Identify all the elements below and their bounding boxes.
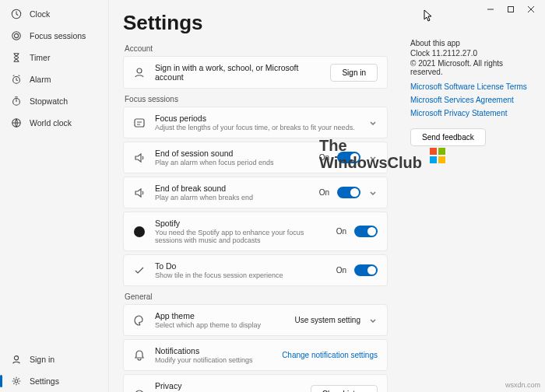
speaker-icon: [133, 187, 146, 199]
card-title: Spotify: [155, 219, 327, 228]
chevron-down-icon: [368, 153, 378, 163]
speaker-icon: [133, 152, 146, 164]
sidebar-item-focus[interactable]: Focus sessions: [0, 25, 108, 47]
titlebar-controls: [481, 2, 540, 17]
change-notifications-link[interactable]: Change notification settings: [282, 351, 378, 359]
clock-icon: [11, 9, 22, 19]
app-theme-row[interactable]: App theme Select which app theme to disp…: [123, 304, 388, 336]
toggle-state: On: [336, 227, 346, 236]
sidebar-item-label: Focus sessions: [30, 31, 86, 40]
sidebar-item-world-clock[interactable]: World clock: [0, 112, 108, 134]
svg-point-9: [137, 68, 142, 73]
sidebar-item-signin[interactable]: Sign in: [0, 348, 108, 370]
svg-rect-10: [135, 119, 144, 127]
svg-point-11: [134, 226, 145, 237]
sidebar: Clock Focus sessions Timer Alarm Stopwat…: [0, 0, 109, 392]
sidebar-item-label: Timer: [30, 53, 50, 62]
clear-history-button[interactable]: Clear history: [311, 385, 378, 392]
svg-point-1: [12, 32, 21, 40]
svg-point-6: [14, 356, 18, 360]
sidebar-item-alarm[interactable]: Alarm: [0, 68, 108, 90]
card-sub: Select which app theme to display: [155, 321, 286, 329]
toggle-state: On: [319, 153, 329, 162]
account-signin-row: Sign in with a work, school, or Microsof…: [123, 56, 388, 89]
card-title: Sign in with a work, school, or Microsof…: [155, 63, 321, 82]
paint-icon: [133, 314, 146, 327]
stopwatch-icon: [11, 96, 22, 107]
main-content: Settings Account Sign in with a work, sc…: [109, 0, 545, 392]
card-title: End of session sound: [155, 149, 310, 158]
about-panel: About this app Clock 11.2112.27.0 © 2021…: [410, 39, 531, 146]
sidebar-item-label: Settings: [30, 376, 59, 386]
toggle-state: On: [319, 188, 329, 197]
spotify-toggle[interactable]: [354, 226, 378, 237]
card-sub: Modify your notification settings: [155, 356, 272, 364]
spotify-row: Spotify You need the Spotify app to enha…: [123, 212, 388, 251]
history-icon: [133, 388, 146, 393]
end-break-sound-row[interactable]: End of break sound Play an alarm when br…: [123, 177, 388, 208]
chevron-down-icon: [368, 188, 378, 198]
hourglass-icon: [11, 52, 22, 63]
card-sub: You need the Spotify app to enhance your…: [155, 229, 327, 244]
end-session-sound-row[interactable]: End of session sound Play an alarm when …: [123, 142, 388, 173]
focus-periods-row[interactable]: Focus periods Adjust the lengths of your…: [123, 107, 388, 138]
about-title: About this app: [410, 39, 531, 47]
check-icon: [133, 264, 146, 277]
sidebar-item-timer[interactable]: Timer: [0, 47, 108, 68]
minimize-button[interactable]: [486, 5, 495, 14]
section-focus-label: Focus sessions: [125, 95, 388, 103]
alarm-icon: [11, 74, 22, 85]
todo-toggle[interactable]: [354, 264, 378, 276]
card-title: End of break sound: [155, 184, 310, 193]
section-account-label: Account: [125, 44, 388, 53]
card-title: Privacy: [155, 381, 301, 390]
sidebar-item-clock[interactable]: Clock: [0, 3, 108, 25]
license-link[interactable]: Microsoft Software License Terms: [410, 82, 531, 91]
privacy-link[interactable]: Microsoft Privacy Statement: [410, 109, 531, 117]
sidebar-item-label: Sign in: [30, 355, 54, 364]
end-session-toggle[interactable]: [337, 152, 360, 163]
card-title: Focus periods: [155, 114, 359, 123]
card-sub: Show tile in the focus session experienc…: [155, 271, 327, 279]
chevron-down-icon: [368, 118, 378, 128]
chevron-down-icon: [368, 316, 378, 325]
card-title: App theme: [155, 311, 286, 320]
focus-icon: [133, 117, 146, 129]
signin-button[interactable]: Sign in: [330, 64, 378, 82]
theme-value: Use system setting: [295, 316, 360, 324]
toggle-state: On: [336, 266, 346, 275]
feedback-button[interactable]: Send feedback: [410, 128, 486, 146]
card-sub: Play an alarm when breaks end: [155, 194, 310, 201]
svg-rect-8: [508, 7, 514, 12]
card-title: To Do: [155, 261, 327, 271]
globe-icon: [11, 117, 22, 128]
maximize-button[interactable]: [506, 5, 515, 14]
close-button[interactable]: [526, 5, 536, 14]
about-version: Clock 11.2112.27.0: [410, 49, 531, 58]
gear-icon: [11, 376, 22, 387]
sidebar-item-settings[interactable]: Settings: [0, 370, 108, 392]
end-break-toggle[interactable]: [337, 187, 360, 198]
sidebar-item-label: Clock: [30, 9, 50, 19]
bell-icon: [133, 349, 146, 362]
user-icon: [11, 354, 22, 365]
notifications-row: Notifications Modify your notification s…: [123, 339, 388, 371]
spotify-icon: [133, 226, 146, 238]
privacy-row: Privacy Your data is stored on your devi…: [123, 374, 388, 392]
sidebar-item-stopwatch[interactable]: Stopwatch: [0, 90, 108, 112]
card-sub: Adjust the lengths of your focus time, o…: [155, 124, 359, 131]
services-link[interactable]: Microsoft Services Agreement: [410, 96, 531, 104]
todo-row: To Do Show tile in the focus session exp…: [123, 254, 388, 286]
svg-point-2: [14, 33, 18, 37]
card-sub: Play an alarm when focus period ends: [155, 159, 310, 166]
page-title: Settings: [123, 11, 388, 35]
user-icon: [133, 66, 146, 79]
sidebar-item-label: World clock: [30, 118, 72, 128]
about-copyright: © 2021 Microsoft. All rights reserved.: [410, 59, 531, 76]
svg-point-7: [15, 380, 18, 383]
source-watermark: wsxdn.com: [505, 381, 540, 389]
target-icon: [11, 30, 22, 41]
sidebar-item-label: Stopwatch: [30, 96, 68, 106]
section-general-label: General: [125, 292, 388, 301]
sidebar-item-label: Alarm: [30, 75, 51, 84]
